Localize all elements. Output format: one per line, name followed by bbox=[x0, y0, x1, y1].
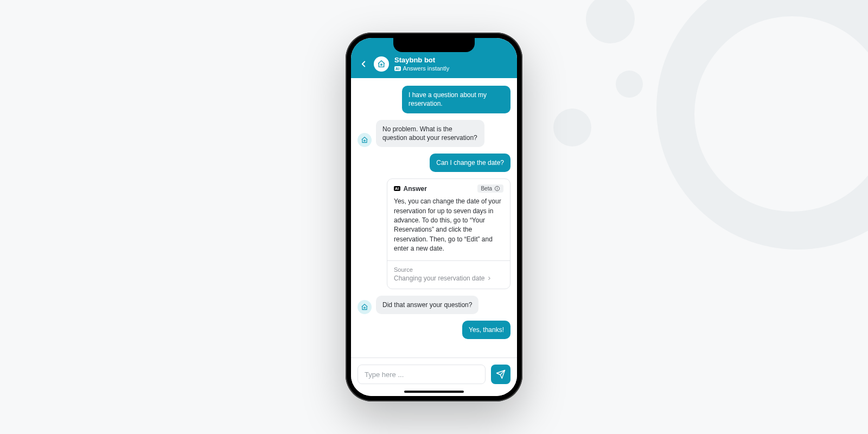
chevron-right-icon bbox=[487, 276, 492, 281]
user-message: Yes, thanks! bbox=[462, 321, 510, 339]
source-label: Source bbox=[394, 266, 503, 273]
ai-badge: AI bbox=[394, 186, 400, 191]
bot-message: No problem. What is the question about y… bbox=[376, 120, 484, 147]
svg-point-1 bbox=[364, 140, 365, 141]
info-icon bbox=[494, 186, 500, 192]
phone-screen: Staybnb bot AI Answers instantly I have … bbox=[351, 38, 517, 396]
decorative-blob bbox=[553, 108, 591, 146]
bot-subtitle: AI Answers instantly bbox=[394, 65, 449, 72]
answer-card: AI Answer Beta Yes, you can change the d… bbox=[387, 178, 510, 289]
message-row: No problem. What is the question about y… bbox=[358, 120, 510, 147]
svg-point-5 bbox=[364, 307, 365, 308]
phone-frame: Staybnb bot AI Answers instantly I have … bbox=[346, 33, 522, 401]
house-icon bbox=[361, 303, 368, 311]
message-row: Yes, thanks! bbox=[358, 321, 510, 339]
back-button[interactable] bbox=[359, 59, 368, 69]
beta-badge[interactable]: Beta bbox=[477, 184, 503, 193]
source-link[interactable]: Changing your reservation date bbox=[394, 275, 503, 282]
chevron-left-icon bbox=[359, 59, 368, 69]
device-notch bbox=[393, 38, 475, 52]
house-icon bbox=[377, 60, 386, 68]
answer-card-body: Yes, you can change the date of your res… bbox=[387, 193, 510, 260]
message-row: Did that answer your question? bbox=[358, 296, 510, 314]
message-row: Can I change the date? bbox=[358, 154, 510, 172]
user-message: I have a question about my reservation. bbox=[402, 86, 510, 113]
bot-message-avatar bbox=[358, 133, 372, 147]
bot-title-block: Staybnb bot AI Answers instantly bbox=[394, 56, 449, 72]
source-link-text: Changing your reservation date bbox=[394, 275, 484, 282]
answer-card-title: Answer bbox=[404, 185, 427, 193]
chat-scroll[interactable]: I have a question about my reservation. … bbox=[351, 78, 517, 358]
send-button[interactable] bbox=[491, 365, 510, 384]
user-message: Can I change the date? bbox=[430, 154, 510, 172]
send-icon bbox=[496, 369, 506, 379]
bot-message-avatar bbox=[358, 300, 372, 314]
house-icon bbox=[361, 136, 368, 144]
answer-card-header: AI Answer Beta bbox=[387, 179, 510, 193]
bot-subtitle-text: Answers instantly bbox=[403, 65, 450, 72]
bot-message: Did that answer your question? bbox=[376, 296, 478, 314]
message-row: I have a question about my reservation. bbox=[358, 86, 510, 113]
bot-avatar bbox=[374, 56, 389, 72]
beta-label: Beta bbox=[481, 186, 492, 192]
home-indicator bbox=[404, 391, 464, 393]
decorative-blob bbox=[616, 71, 643, 98]
bot-name: Staybnb bot bbox=[394, 56, 449, 64]
decorative-blob bbox=[586, 0, 635, 43]
svg-point-0 bbox=[381, 64, 382, 66]
ai-badge: AI bbox=[394, 66, 401, 71]
answer-card-source: Source Changing your reservation date bbox=[387, 260, 510, 289]
message-input[interactable] bbox=[358, 365, 486, 384]
